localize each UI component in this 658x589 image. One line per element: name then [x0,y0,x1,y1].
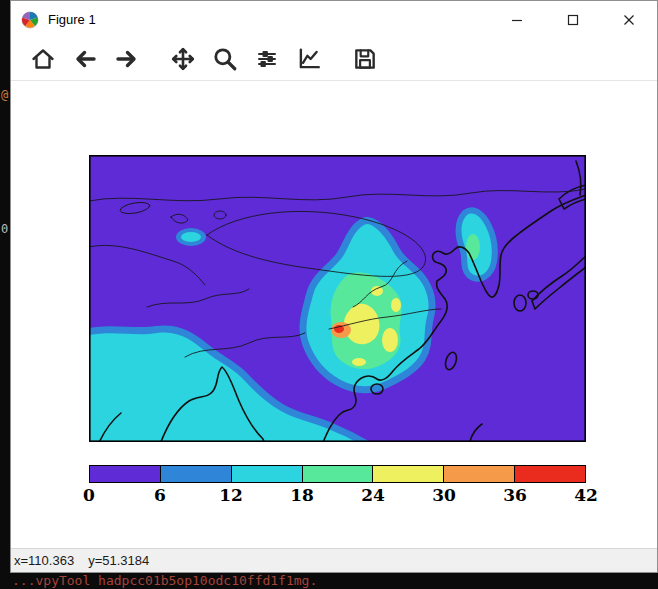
maximize-button[interactable] [545,1,601,38]
figure-canvas[interactable]: 0 6 12 18 24 30 36 42 [11,81,657,548]
colorbar-tick-label: 36 [503,485,527,505]
toolbar [11,38,657,81]
home-button[interactable] [27,43,59,75]
colorbar-segment [444,466,515,482]
home-icon [31,47,55,71]
line-chart-icon [296,46,322,72]
colorbar-tick-label: 24 [361,485,385,505]
cursor-y-readout: y=51.3184 [88,553,149,568]
colorbar-segment [303,466,374,482]
terminal-command-text: ...vpyTool hadpcc01b5op10odc10ffd1f1mg. [12,573,317,588]
colorbar-tick-label: 18 [290,485,314,505]
zoom-icon [212,46,238,72]
back-button[interactable] [69,43,101,75]
colorbar-tick-label: 6 [154,485,166,505]
matplotlib-icon [21,11,39,29]
maximize-icon [567,14,579,26]
window-controls [489,1,657,38]
forward-arrow-icon [115,47,139,71]
configure-subplots-button[interactable] [251,43,283,75]
save-icon [352,46,378,72]
colorbar-segment [373,466,444,482]
minimize-button[interactable] [489,1,545,38]
forward-button[interactable] [111,43,143,75]
colorbar-segment [90,466,161,482]
pan-button[interactable] [167,43,199,75]
sliders-icon [255,47,279,71]
cursor-x-readout: x=110.363 [14,553,74,568]
colorbar-ticks: 0 6 12 18 24 30 36 42 [89,485,586,509]
customize-plot-button[interactable] [293,43,325,75]
back-arrow-icon [73,47,97,71]
colorbar-tick-label: 42 [574,485,598,505]
window-title: Figure 1 [48,12,96,27]
colorbar-segment [515,466,585,482]
terminal-strip: ...vpyTool hadpcc01b5op10odc10ffd1f1mg. [0,572,658,589]
contour-map [89,155,586,442]
colorbar-segment [232,466,303,482]
status-bar: x=110.363 y=51.3184 [11,548,657,572]
colorbar-tick-label: 12 [219,485,243,505]
colorbar-tick-label: 0 [83,485,95,505]
title-bar[interactable]: Figure 1 [11,1,657,38]
pan-icon [170,46,196,72]
save-button[interactable] [349,43,381,75]
close-button[interactable] [601,1,657,38]
colorbar-tick-label: 30 [432,485,456,505]
close-icon [623,14,635,26]
colorbar [89,465,586,483]
figure-window: Figure 1 [10,0,658,573]
zoom-button[interactable] [209,43,241,75]
colorbar-segment [161,466,232,482]
minimize-icon [511,14,523,26]
desktop-background: @ 0 ...vpyTool hadpcc01b5op10odc10ffd1f1… [0,0,658,589]
